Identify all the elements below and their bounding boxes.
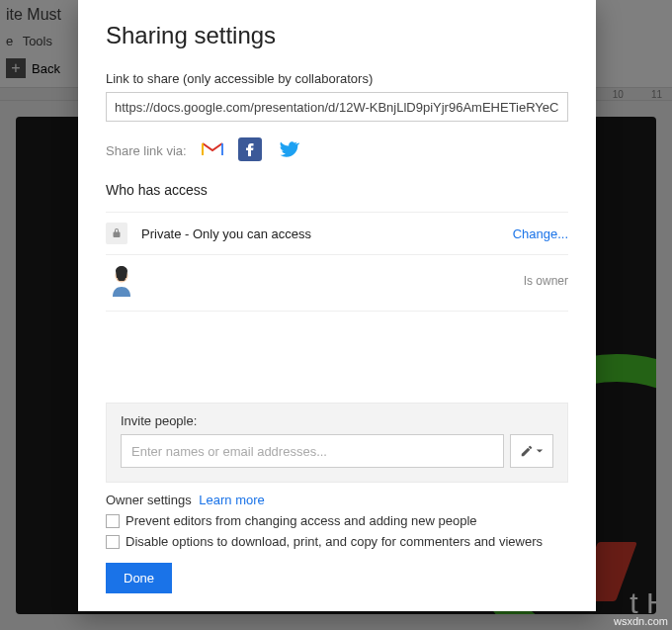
- change-privacy-link[interactable]: Change...: [513, 226, 568, 241]
- share-via-label: Share link via:: [106, 143, 187, 158]
- invite-people-label: Invite people:: [121, 413, 553, 428]
- twitter-icon[interactable]: [276, 137, 299, 164]
- owner-settings-row: Owner settings Learn more: [106, 493, 568, 507]
- invite-people-section: Invite people:: [106, 403, 568, 483]
- privacy-status-text: Private - Only you can access: [141, 226, 311, 241]
- owner-row: Is owner: [106, 254, 568, 312]
- chevron-down-icon: [536, 447, 544, 455]
- permission-dropdown-button[interactable]: [510, 434, 553, 468]
- learn-more-link[interactable]: Learn more: [199, 493, 264, 507]
- checkbox-icon[interactable]: [106, 514, 120, 528]
- invite-people-input[interactable]: [121, 434, 504, 468]
- gmail-icon[interactable]: [201, 137, 224, 164]
- pencil-icon: [520, 444, 534, 458]
- share-link-via-row: Share link via:: [106, 137, 568, 164]
- disable-download-label: Disable options to download, print, and …: [126, 534, 543, 549]
- disable-download-checkbox-row[interactable]: Disable options to download, print, and …: [106, 534, 568, 549]
- checkbox-icon[interactable]: [106, 535, 120, 549]
- prevent-editors-checkbox-row[interactable]: Prevent editors from changing access and…: [106, 513, 568, 528]
- who-has-access-title: Who has access: [106, 182, 568, 198]
- sharing-settings-dialog: Sharing settings Link to share (only acc…: [78, 0, 596, 611]
- link-to-share-label: Link to share (only accessible by collab…: [106, 71, 568, 86]
- watermark: wsxdn.com: [614, 615, 668, 627]
- dialog-title: Sharing settings: [106, 22, 568, 49]
- facebook-icon[interactable]: [238, 137, 262, 164]
- owner-avatar: [106, 265, 137, 297]
- done-button[interactable]: Done: [106, 563, 172, 593]
- lock-icon: [106, 223, 127, 244]
- access-privacy-row: Private - Only you can access Change...: [106, 212, 568, 254]
- share-link-input[interactable]: [106, 92, 568, 122]
- prevent-editors-label: Prevent editors from changing access and…: [126, 513, 477, 528]
- owner-role-label: Is owner: [524, 274, 568, 288]
